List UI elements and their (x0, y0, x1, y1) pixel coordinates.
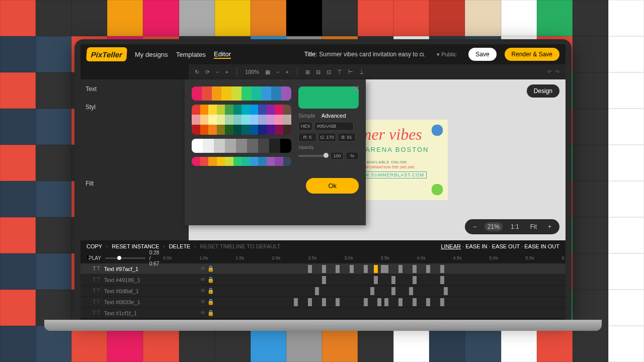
swatch-gradient-2[interactable] (192, 157, 291, 166)
sidebar-text[interactable]: Text (86, 83, 184, 95)
title-input[interactable] (319, 51, 425, 58)
swatch-palette[interactable] (192, 105, 291, 135)
ok-button[interactable]: Ok (306, 178, 359, 194)
logo[interactable]: PixTeller (86, 47, 127, 61)
delete-action[interactable]: DELETE (169, 243, 191, 249)
redo-icon[interactable]: ↷ (555, 69, 559, 75)
top-bar: PixTeller My designs Templates Editor Ti… (80, 44, 566, 64)
align-bottom-icon[interactable]: ⊥ (359, 69, 364, 75)
color-preview (298, 86, 359, 109)
left-sidebar: Text Styl Filt (80, 79, 189, 240)
sidebar-style[interactable]: Styl (86, 102, 184, 113)
laptop-frame: PixTeller My designs Templates Editor Ti… (74, 39, 572, 321)
zoom-controls: − 21% 1:1 Fit + (465, 219, 559, 234)
track-row[interactable]: T⊤ Text #49186_1👁 🔒 (80, 275, 566, 286)
ease-out[interactable]: EASE OUT (492, 243, 520, 249)
minus-icon[interactable]: − (216, 69, 219, 75)
opacity-slider[interactable] (298, 155, 329, 157)
zoom-value: 100% (245, 69, 259, 75)
refresh-icon[interactable]: ⟳ (205, 69, 210, 75)
zoom-fit[interactable]: Fit (527, 222, 540, 231)
render-save-button[interactable]: Render & Save (505, 48, 559, 61)
ease-linear[interactable]: LINEAR (441, 243, 461, 249)
swatch-grayscale[interactable] (192, 139, 291, 153)
align-left-icon[interactable]: ⊞ (305, 69, 310, 75)
align-top-icon[interactable]: ⊤ (337, 69, 342, 75)
design-tab[interactable]: Design (527, 84, 559, 98)
zoom-in-icon[interactable]: + (285, 69, 288, 75)
track-row[interactable]: T⊤ Text #97acf_1👁 🔒 (80, 263, 566, 275)
time-display: 0:28 / 0:67 (149, 250, 159, 266)
opacity-label: Opacity (298, 145, 359, 150)
save-button[interactable]: Save (468, 48, 496, 61)
close-icon[interactable]: ✕ (352, 83, 360, 95)
track-row[interactable]: T⊤ Text #0d8af_1👁 🔒 (80, 286, 566, 297)
visibility-dropdown[interactable]: ▾ Public (437, 51, 456, 58)
play-label: PLAY (89, 255, 101, 261)
title-field: Title: (304, 51, 425, 58)
zoom-percent[interactable]: 21% (485, 222, 503, 231)
timeline-tracks: T⊤ Text #97acf_1👁 🔒T⊤ Text #49186_1👁 🔒T⊤… (80, 263, 566, 319)
opacity-unit: % (346, 152, 359, 160)
nav-editor[interactable]: Editor (214, 50, 231, 59)
time-marks: 0.5s1.0s1.5s2.0s2.5s3.0s3.5s4.0s4.5s5.0s… (163, 255, 566, 260)
plus-icon[interactable]: + (225, 69, 228, 75)
zoom-out-icon[interactable]: − (276, 69, 279, 75)
zoom-minus[interactable]: − (470, 222, 479, 231)
reset-default-action[interactable]: RESET TIMELINE TO DEFAULT (200, 243, 281, 249)
zoom-1to1[interactable]: 1:1 (508, 222, 522, 231)
undo-icon[interactable]: ↶ (547, 69, 552, 75)
hex-label: HEX (298, 122, 312, 131)
r-cell[interactable]: R: 5 (298, 133, 316, 142)
app-screen: PixTeller My designs Templates Editor Ti… (80, 44, 566, 321)
align-right-icon[interactable]: ⊡ (327, 69, 331, 75)
color-picker-panel: ✕ Simple Advanced HEX R: 5 G: 170 B: 91 … (185, 79, 366, 225)
align-middle-icon[interactable]: ⊢ (348, 69, 353, 75)
grid-icon[interactable]: ▦ (265, 69, 270, 75)
nav-my-designs[interactable]: My designs (135, 51, 168, 58)
ease-in[interactable]: EASE IN (465, 243, 487, 249)
g-cell[interactable]: G: 170 (318, 133, 336, 142)
copy-action[interactable]: COPY (87, 243, 102, 249)
hex-input[interactable] (314, 122, 354, 131)
b-cell[interactable]: B: 91 (338, 133, 356, 142)
canvas-toolbar: ↻ ⟳ − + 100% ▦ − + ⊞ ⊟ ⊡ ⊤ ⊢ ⊥ ↶↷ (189, 64, 566, 79)
track-row[interactable]: T⊤ Text #0833e_1👁 🔒 (80, 297, 566, 308)
time-scrubber[interactable] (105, 257, 145, 259)
zoom-plus[interactable]: + (545, 222, 554, 231)
ease-in-out[interactable]: EASE IN OUT (524, 243, 559, 249)
track-row[interactable]: T⊤ Text #1cf1f_1👁 🔒 (80, 308, 566, 319)
title-label: Title: (304, 51, 317, 58)
nav-templates[interactable]: Templates (176, 51, 206, 58)
tab-advanced[interactable]: Advanced (321, 113, 346, 119)
opacity-value[interactable]: 100 (331, 152, 344, 160)
reset-instance-action[interactable]: RESET INSTANCE (112, 243, 159, 249)
tab-simple[interactable]: Simple (298, 113, 315, 119)
rotate-icon[interactable]: ↻ (195, 69, 199, 75)
play-bar: PLAY 0:28 / 0:67 0.5s1.0s1.5s2.0s2.5s3.0… (80, 252, 566, 263)
swatch-gradient-1[interactable] (192, 86, 291, 101)
sidebar-filter[interactable]: Filt (86, 178, 184, 189)
align-center-icon[interactable]: ⊟ (316, 69, 320, 75)
